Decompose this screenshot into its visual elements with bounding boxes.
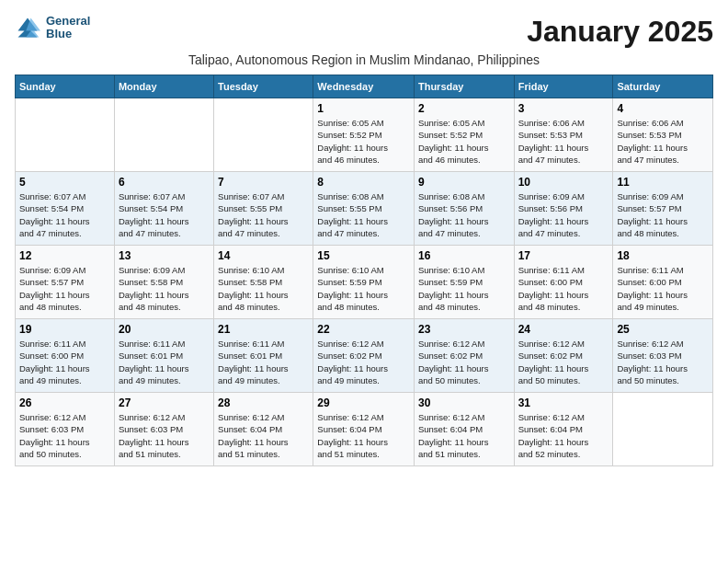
calendar-week-row: 1Sunrise: 6:05 AM Sunset: 5:52 PM Daylig…: [16, 98, 713, 172]
calendar-cell: 20Sunrise: 6:11 AM Sunset: 6:01 PM Dayli…: [114, 319, 213, 393]
calendar-cell: 15Sunrise: 6:10 AM Sunset: 5:59 PM Dayli…: [313, 246, 415, 319]
day-info: Sunrise: 6:12 AM Sunset: 6:02 PM Dayligh…: [418, 338, 510, 386]
day-number: 30: [418, 396, 510, 409]
day-info: Sunrise: 6:12 AM Sunset: 6:03 PM Dayligh…: [19, 411, 110, 460]
day-info: Sunrise: 6:11 AM Sunset: 6:01 PM Dayligh…: [218, 338, 309, 386]
calendar-cell: 4Sunrise: 6:06 AM Sunset: 5:53 PM Daylig…: [613, 98, 713, 172]
day-number: 1: [317, 102, 410, 115]
day-info: Sunrise: 6:11 AM Sunset: 6:00 PM Dayligh…: [617, 264, 709, 313]
calendar-cell: 25Sunrise: 6:12 AM Sunset: 6:03 PM Dayli…: [613, 319, 713, 393]
calendar-cell: 7Sunrise: 6:07 AM Sunset: 5:55 PM Daylig…: [214, 172, 313, 246]
day-number: 29: [317, 396, 410, 409]
calendar-cell: 26Sunrise: 6:12 AM Sunset: 6:03 PM Dayli…: [16, 393, 115, 466]
calendar-cell: 12Sunrise: 6:09 AM Sunset: 5:57 PM Dayli…: [16, 246, 115, 319]
calendar-cell: 13Sunrise: 6:09 AM Sunset: 5:58 PM Dayli…: [114, 246, 213, 319]
calendar-cell: 10Sunrise: 6:09 AM Sunset: 5:56 PM Dayli…: [514, 172, 613, 246]
day-info: Sunrise: 6:09 AM Sunset: 5:56 PM Dayligh…: [518, 190, 609, 239]
calendar-cell: 30Sunrise: 6:12 AM Sunset: 6:04 PM Dayli…: [414, 393, 514, 466]
day-number: 24: [518, 323, 609, 336]
day-number: 25: [617, 323, 709, 336]
calendar-cell: 8Sunrise: 6:08 AM Sunset: 5:55 PM Daylig…: [313, 172, 415, 246]
day-number: 5: [19, 176, 110, 189]
day-info: Sunrise: 6:12 AM Sunset: 6:02 PM Dayligh…: [317, 338, 410, 386]
calendar-cell: 3Sunrise: 6:06 AM Sunset: 5:53 PM Daylig…: [514, 98, 613, 172]
day-info: Sunrise: 6:11 AM Sunset: 6:00 PM Dayligh…: [19, 338, 110, 386]
day-info: Sunrise: 6:12 AM Sunset: 6:02 PM Dayligh…: [518, 338, 609, 386]
weekday-header-wednesday: Wednesday: [313, 75, 415, 98]
calendar-cell: 23Sunrise: 6:12 AM Sunset: 6:02 PM Dayli…: [414, 319, 514, 393]
day-info: Sunrise: 6:05 AM Sunset: 5:52 PM Dayligh…: [418, 117, 510, 166]
day-number: 10: [518, 176, 609, 189]
day-number: 6: [119, 176, 210, 189]
day-info: Sunrise: 6:08 AM Sunset: 5:56 PM Dayligh…: [418, 190, 510, 239]
day-number: 9: [418, 176, 510, 189]
calendar-week-row: 5Sunrise: 6:07 AM Sunset: 5:54 PM Daylig…: [16, 172, 713, 246]
day-number: 22: [317, 323, 410, 336]
calendar-cell: 22Sunrise: 6:12 AM Sunset: 6:02 PM Dayli…: [313, 319, 415, 393]
day-info: Sunrise: 6:10 AM Sunset: 5:59 PM Dayligh…: [418, 264, 510, 313]
day-info: Sunrise: 6:07 AM Sunset: 5:54 PM Dayligh…: [119, 190, 210, 239]
calendar-cell: 14Sunrise: 6:10 AM Sunset: 5:58 PM Dayli…: [214, 246, 313, 319]
day-info: Sunrise: 6:10 AM Sunset: 5:59 PM Dayligh…: [317, 264, 410, 313]
weekday-header-monday: Monday: [114, 75, 213, 98]
day-number: 16: [418, 249, 510, 262]
calendar-cell: 1Sunrise: 6:05 AM Sunset: 5:52 PM Daylig…: [313, 98, 415, 172]
calendar-week-row: 26Sunrise: 6:12 AM Sunset: 6:03 PM Dayli…: [16, 393, 713, 466]
day-number: 26: [19, 396, 110, 409]
day-number: 17: [518, 249, 609, 262]
day-number: 8: [317, 176, 410, 189]
calendar-cell: [114, 98, 213, 172]
day-number: 3: [518, 102, 609, 115]
day-info: Sunrise: 6:09 AM Sunset: 5:58 PM Dayligh…: [119, 264, 210, 313]
day-info: Sunrise: 6:12 AM Sunset: 6:04 PM Dayligh…: [418, 411, 510, 460]
subtitle: Talipao, Autonomous Region in Muslim Min…: [15, 52, 713, 67]
day-info: Sunrise: 6:07 AM Sunset: 5:55 PM Dayligh…: [218, 190, 309, 239]
day-number: 15: [317, 249, 410, 262]
calendar-week-row: 19Sunrise: 6:11 AM Sunset: 6:00 PM Dayli…: [16, 319, 713, 393]
calendar-cell: 5Sunrise: 6:07 AM Sunset: 5:54 PM Daylig…: [16, 172, 115, 246]
day-number: 28: [218, 396, 309, 409]
day-number: 12: [19, 249, 110, 262]
weekday-header-sunday: Sunday: [16, 75, 115, 98]
logo-text: General Blue: [46, 15, 90, 41]
day-info: Sunrise: 6:09 AM Sunset: 5:57 PM Dayligh…: [617, 190, 709, 239]
day-number: 31: [518, 396, 609, 409]
calendar-cell: [613, 393, 713, 466]
logo-icon: [15, 15, 40, 40]
day-number: 13: [119, 249, 210, 262]
day-info: Sunrise: 6:11 AM Sunset: 6:00 PM Dayligh…: [518, 264, 609, 313]
calendar-cell: 6Sunrise: 6:07 AM Sunset: 5:54 PM Daylig…: [114, 172, 213, 246]
calendar-cell: 27Sunrise: 6:12 AM Sunset: 6:03 PM Dayli…: [114, 393, 213, 466]
day-number: 7: [218, 176, 309, 189]
weekday-header-friday: Friday: [514, 75, 613, 98]
calendar-cell: 21Sunrise: 6:11 AM Sunset: 6:01 PM Dayli…: [214, 319, 313, 393]
calendar-cell: 18Sunrise: 6:11 AM Sunset: 6:00 PM Dayli…: [613, 246, 713, 319]
calendar-cell: 11Sunrise: 6:09 AM Sunset: 5:57 PM Dayli…: [613, 172, 713, 246]
day-info: Sunrise: 6:12 AM Sunset: 6:04 PM Dayligh…: [518, 411, 609, 460]
calendar-cell: [214, 98, 313, 172]
calendar-cell: 16Sunrise: 6:10 AM Sunset: 5:59 PM Dayli…: [414, 246, 514, 319]
calendar-cell: [16, 98, 115, 172]
day-info: Sunrise: 6:09 AM Sunset: 5:57 PM Dayligh…: [19, 264, 110, 313]
logo: General Blue: [15, 15, 90, 41]
month-title: January 2025: [527, 15, 713, 49]
day-info: Sunrise: 6:12 AM Sunset: 6:04 PM Dayligh…: [317, 411, 410, 460]
day-info: Sunrise: 6:12 AM Sunset: 6:03 PM Dayligh…: [617, 338, 709, 386]
day-info: Sunrise: 6:12 AM Sunset: 6:03 PM Dayligh…: [119, 411, 210, 460]
calendar-cell: 28Sunrise: 6:12 AM Sunset: 6:04 PM Dayli…: [214, 393, 313, 466]
day-number: 4: [617, 102, 709, 115]
calendar-cell: 31Sunrise: 6:12 AM Sunset: 6:04 PM Dayli…: [514, 393, 613, 466]
day-info: Sunrise: 6:05 AM Sunset: 5:52 PM Dayligh…: [317, 117, 410, 166]
calendar-table: SundayMondayTuesdayWednesdayThursdayFrid…: [15, 75, 713, 466]
day-number: 18: [617, 249, 709, 262]
weekday-header-saturday: Saturday: [613, 75, 713, 98]
day-number: 21: [218, 323, 309, 336]
calendar-cell: 19Sunrise: 6:11 AM Sunset: 6:00 PM Dayli…: [16, 319, 115, 393]
day-info: Sunrise: 6:08 AM Sunset: 5:55 PM Dayligh…: [317, 190, 410, 239]
calendar-cell: 17Sunrise: 6:11 AM Sunset: 6:00 PM Dayli…: [514, 246, 613, 319]
calendar-cell: 9Sunrise: 6:08 AM Sunset: 5:56 PM Daylig…: [414, 172, 514, 246]
day-info: Sunrise: 6:11 AM Sunset: 6:01 PM Dayligh…: [119, 338, 210, 386]
weekday-header-row: SundayMondayTuesdayWednesdayThursdayFrid…: [16, 75, 713, 98]
day-number: 23: [418, 323, 510, 336]
day-info: Sunrise: 6:06 AM Sunset: 5:53 PM Dayligh…: [617, 117, 709, 166]
